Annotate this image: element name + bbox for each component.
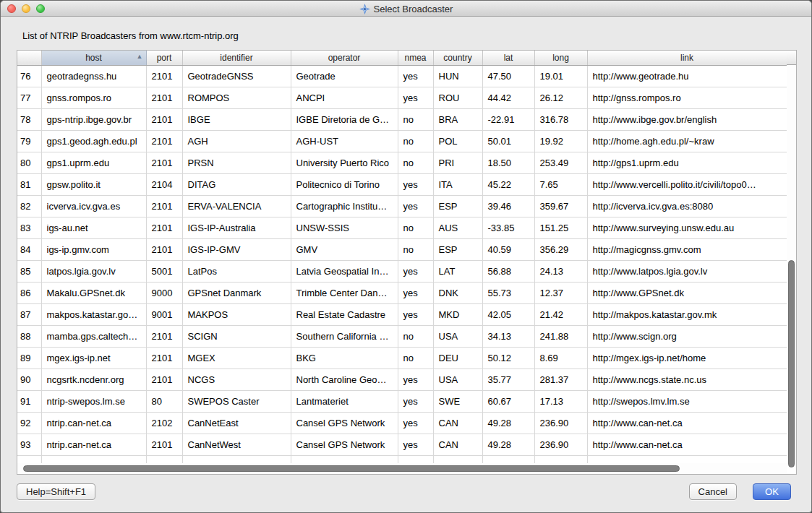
column-header-port[interactable]: port (146, 51, 182, 65)
cell-rownum[interactable]: 94 (17, 455, 41, 463)
cell-long[interactable]: 356.29 (534, 238, 587, 260)
cell-rownum[interactable]: 91 (17, 390, 41, 412)
table-row[interactable]: 78gps-ntrip.ibge.gov.br2101IBGEIGBE Dire… (17, 108, 787, 130)
cell-nmea[interactable]: yes (398, 434, 433, 455)
cell-port[interactable]: 5001 (146, 260, 182, 282)
cell-host[interactable]: ntrip.can-net.ca (41, 434, 146, 455)
column-header-operator[interactable]: operator (291, 51, 398, 65)
table-row[interactable]: 88mamba.gps.caltech…2101SCIGNSouthern Ca… (17, 325, 787, 347)
cancel-button[interactable]: Cancel (689, 483, 737, 500)
help-button[interactable]: Help=Shift+F1 (17, 483, 95, 500)
cell-port[interactable]: 2101 (146, 108, 182, 130)
cell-country[interactable]: CAN (433, 412, 482, 434)
cell-lat[interactable]: -22.91 (482, 108, 534, 130)
table-row[interactable]: 94ntrip2101RTIRabell Transportatio…USA38… (17, 455, 787, 463)
cell-long[interactable]: 278.50 (534, 455, 587, 463)
cell-country[interactable]: AUS (433, 217, 482, 238)
cell-identifier[interactable]: ROMPOS (182, 87, 291, 108)
cell-lat[interactable]: -33.85 (482, 217, 534, 238)
cell-identifier[interactable]: CanNetWest (182, 434, 291, 455)
cell-operator[interactable]: GMV (291, 238, 398, 260)
cell-port[interactable]: 2101 (146, 455, 182, 463)
cell-host[interactable]: igs-au.net (41, 217, 146, 238)
cell-link[interactable]: http://gnss.rompos.ro (587, 87, 787, 108)
cell-operator[interactable]: Geotrade (291, 65, 398, 87)
cell-link[interactable]: http://magicgnss.gmv.com (587, 238, 787, 260)
column-header-nmea[interactable]: nmea (398, 51, 433, 65)
column-header-lat[interactable]: lat (482, 51, 534, 65)
cell-identifier[interactable]: DITAG (182, 173, 291, 195)
table-row[interactable]: 84igs-ip.gmv.com2101IGS-IP-GMVGMVnoESP40… (17, 238, 787, 260)
table-row[interactable]: 85latpos.lgia.gov.lv5001LatPosLatvia Geo… (17, 260, 787, 282)
cell-long[interactable]: 26.12 (534, 87, 587, 108)
cell-identifier[interactable]: IGS-IP-GMV (182, 238, 291, 260)
cell-nmea[interactable]: yes (398, 303, 433, 325)
horizontal-scrollbar-track[interactable] (17, 463, 787, 474)
cell-link[interactable]: http://mgex.igs-ip.net/home (587, 347, 787, 368)
cell-rownum[interactable]: 90 (17, 368, 41, 390)
cell-link[interactable]: http://www.can-net.ca (587, 412, 787, 434)
table-row[interactable]: 76geotradegnss.hu2101GeotradeGNSSGeotrad… (17, 65, 787, 87)
cell-operator[interactable]: AGH-UST (291, 130, 398, 152)
cell-operator[interactable]: BKG (291, 347, 398, 368)
cell-port[interactable]: 2101 (146, 347, 182, 368)
cell-operator[interactable]: Rabell Transportatio… (291, 455, 398, 463)
cell-identifier[interactable]: LatPos (182, 260, 291, 282)
cell-operator[interactable]: Lantmateriet (291, 390, 398, 412)
cell-long[interactable]: 7.65 (534, 173, 587, 195)
cell-long[interactable]: 24.13 (534, 260, 587, 282)
cell-link[interactable]: http://www.GPSnet.dk (587, 282, 787, 303)
cell-country[interactable]: USA (433, 368, 482, 390)
cell-host[interactable]: icverva.icv.gva.es (41, 195, 146, 217)
cell-identifier[interactable]: SCIGN (182, 325, 291, 347)
cell-port[interactable]: 2101 (146, 238, 182, 260)
cell-country[interactable]: BRA (433, 108, 482, 130)
cell-identifier[interactable]: PRSN (182, 152, 291, 173)
cell-identifier[interactable]: MAKPOS (182, 303, 291, 325)
table-row[interactable]: 81gpsw.polito.it2104DITAGPolitecnico di … (17, 173, 787, 195)
cell-host[interactable]: Makalu.GPSnet.dk (41, 282, 146, 303)
cell-country[interactable]: USA (433, 325, 482, 347)
cell-port[interactable]: 80 (146, 390, 182, 412)
cell-rownum[interactable]: 83 (17, 217, 41, 238)
cell-identifier[interactable]: AGH (182, 130, 291, 152)
cell-link[interactable]: http://www.geotrade.hu (587, 65, 787, 87)
cell-long[interactable]: 19.92 (534, 130, 587, 152)
cell-lat[interactable]: 47.50 (482, 65, 534, 87)
ok-button[interactable]: OK (753, 483, 791, 500)
cell-lat[interactable]: 56.88 (482, 260, 534, 282)
cell-lat[interactable]: 45.22 (482, 173, 534, 195)
cell-nmea[interactable]: yes (398, 412, 433, 434)
cell-operator[interactable]: Cansel GPS Network (291, 434, 398, 455)
cell-port[interactable]: 2101 (146, 152, 182, 173)
column-header-rownum[interactable] (17, 51, 41, 65)
table-row[interactable]: 80gps1.uprm.edu2101PRSNUniversity Puerto… (17, 152, 787, 173)
cell-identifier[interactable]: IBGE (182, 108, 291, 130)
table-row[interactable]: 90ncgsrtk.ncdenr.org2101NCGSNorth Caroli… (17, 368, 787, 390)
cell-operator[interactable]: North Caroline Geo… (291, 368, 398, 390)
cell-long[interactable]: 12.37 (534, 282, 587, 303)
cell-host[interactable]: ntrip (41, 455, 146, 463)
cell-port[interactable]: 2101 (146, 325, 182, 347)
cell-identifier[interactable]: CanNetEast (182, 412, 291, 434)
cell-port[interactable]: 2101 (146, 130, 182, 152)
cell-identifier[interactable]: NCGS (182, 368, 291, 390)
cell-country[interactable]: PRI (433, 152, 482, 173)
cell-nmea[interactable]: yes (398, 195, 433, 217)
cell-lat[interactable]: 44.42 (482, 87, 534, 108)
cell-long[interactable]: 241.88 (534, 325, 587, 347)
vertical-scrollbar-track[interactable] (787, 65, 796, 463)
cell-lat[interactable]: 49.28 (482, 412, 534, 434)
cell-port[interactable]: 9001 (146, 303, 182, 325)
cell-link[interactable]: http://www.scign.org (587, 325, 787, 347)
cell-nmea[interactable]: yes (398, 390, 433, 412)
cell-nmea[interactable]: yes (398, 173, 433, 195)
cell-lat[interactable]: 60.67 (482, 390, 534, 412)
cell-operator[interactable]: Latvia Geospatial In… (291, 260, 398, 282)
cell-host[interactable]: gps1.geod.agh.edu.pl (41, 130, 146, 152)
cell-long[interactable]: 21.42 (534, 303, 587, 325)
cell-long[interactable]: 151.25 (534, 217, 587, 238)
cell-nmea[interactable]: yes (398, 282, 433, 303)
cell-country[interactable]: ESP (433, 238, 482, 260)
cell-link[interactable]: http://icverva.icv.gva.es:8080 (587, 195, 787, 217)
